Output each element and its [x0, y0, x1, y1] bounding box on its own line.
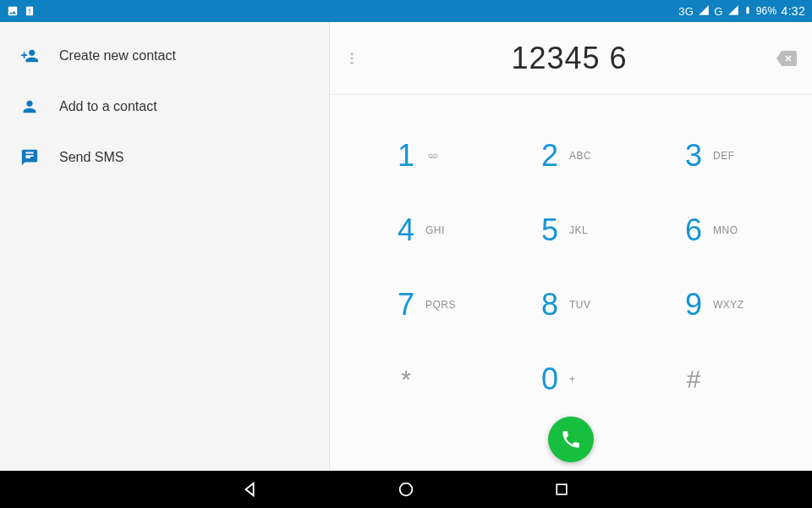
keypad-digit: 6 [683, 213, 705, 248]
svg-rect-8 [557, 484, 567, 494]
svg-point-2 [351, 57, 354, 59]
keypad-key-1[interactable]: 1 [355, 119, 499, 193]
battery-percent: 96% [756, 5, 777, 17]
keypad-letters: PQRS [425, 299, 459, 311]
call-button[interactable] [548, 417, 594, 462]
sidebar-item-create-contact[interactable]: Create new contact [0, 30, 329, 81]
keypad-key-hash[interactable]: # [643, 342, 787, 417]
sidebar-item-add-to-contact[interactable]: Add to a contact [0, 81, 329, 132]
number-bar: 12345 6 [330, 22, 812, 95]
keypad-key-7[interactable]: 7 PQRS [355, 268, 499, 342]
svg-point-1 [351, 52, 354, 55]
image-icon [7, 5, 19, 17]
sidebar-item-label: Create new contact [59, 48, 176, 64]
notice-icon [24, 5, 36, 17]
keypad-key-6[interactable]: 6 MNO [643, 193, 787, 268]
call-bar [330, 417, 812, 466]
status-left [7, 5, 36, 17]
keypad-key-5[interactable]: 5 JKL [499, 193, 643, 268]
keypad-letters: TUV [569, 299, 603, 311]
nav-home-button[interactable] [396, 479, 416, 500]
svg-point-0 [29, 13, 30, 14]
keypad-key-0[interactable]: 0 + [499, 342, 643, 417]
dialed-number-display: 12345 6 [365, 41, 773, 76]
nav-back-button[interactable] [240, 479, 261, 500]
keypad-letters: JKL [569, 224, 603, 236]
navigation-bar [0, 471, 812, 508]
signal-icon-1 [698, 4, 710, 19]
svg-point-5 [434, 154, 437, 157]
keypad-key-3[interactable]: 3 DEF [643, 119, 787, 193]
keypad-wrap: 1 2 ABC 3 DEF 4 GHI [330, 95, 812, 471]
keypad-digit: # [683, 365, 705, 394]
dialer-pane: 12345 6 1 2 ABC [330, 22, 812, 471]
sidebar-item-label: Add to a contact [59, 99, 157, 114]
keypad-digit: 9 [683, 287, 705, 323]
add-person-icon [20, 47, 39, 65]
svg-point-7 [400, 483, 413, 496]
status-right: 3G G 96% 4:32 [678, 3, 805, 19]
keypad-key-star[interactable]: * [355, 342, 499, 417]
voicemail-icon [425, 151, 459, 161]
status-bar: 3G G 96% 4:32 [0, 0, 812, 22]
keypad-letters: + [569, 373, 603, 385]
sms-icon [20, 148, 39, 167]
keypad-digit: 8 [539, 287, 561, 323]
svg-point-4 [429, 154, 432, 157]
keypad-digit: 1 [395, 138, 417, 174]
keypad-letters: ABC [569, 150, 603, 162]
keypad-digit: * [395, 365, 417, 394]
keypad-digit: 4 [395, 213, 417, 248]
keypad-letters: DEF [713, 150, 747, 162]
status-clock: 4:32 [782, 4, 805, 18]
keypad-digit: 3 [683, 138, 705, 174]
more-options-button[interactable] [338, 38, 365, 79]
sidebar: Create new contact Add to a contact Send… [0, 22, 330, 471]
keypad-letters: MNO [713, 224, 747, 236]
backspace-button[interactable] [773, 41, 800, 75]
keypad-key-2[interactable]: 2 ABC [499, 119, 643, 193]
keypad-digit: 2 [539, 138, 561, 174]
app-root: 3G G 96% 4:32 Create new contact [0, 0, 812, 508]
nav-recent-button[interactable] [551, 479, 572, 500]
keypad-key-4[interactable]: 4 GHI [355, 193, 499, 268]
keypad-key-9[interactable]: 9 WXYZ [643, 268, 787, 342]
content: Create new contact Add to a contact Send… [0, 22, 812, 471]
sidebar-item-label: Send SMS [59, 150, 123, 165]
keypad-digit: 0 [539, 362, 561, 397]
keypad-key-8[interactable]: 8 TUV [499, 268, 643, 342]
svg-point-3 [351, 61, 354, 64]
network-type-2: G [714, 5, 722, 18]
battery-icon [743, 3, 752, 19]
network-type-1: 3G [678, 5, 694, 18]
person-icon [20, 97, 39, 116]
keypad: 1 2 ABC 3 DEF 4 GHI [355, 119, 787, 417]
keypad-letters: GHI [425, 224, 459, 236]
keypad-digit: 5 [539, 213, 561, 248]
sidebar-item-send-sms[interactable]: Send SMS [0, 132, 329, 183]
keypad-letters: WXYZ [713, 299, 747, 311]
keypad-digit: 7 [395, 287, 417, 323]
signal-icon-2 [727, 4, 739, 19]
